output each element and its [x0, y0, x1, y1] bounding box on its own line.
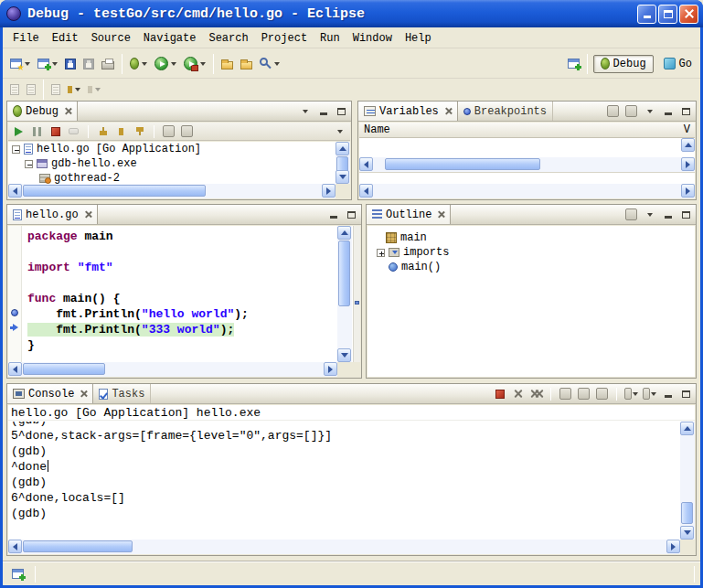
breakpoint-icon[interactable]: [11, 309, 18, 316]
expand-expander-icon[interactable]: [377, 249, 385, 257]
step-into-button[interactable]: [95, 124, 111, 139]
minimize-view-button[interactable]: [660, 387, 676, 401]
scroll-up-button[interactable]: [336, 142, 349, 155]
terminate-button[interactable]: [48, 124, 63, 139]
close-tab-icon[interactable]: [85, 211, 91, 218]
horizontal-scrollbar[interactable]: [8, 184, 336, 198]
next-annotation-button[interactable]: [6, 79, 23, 101]
maximize-view-button[interactable]: [678, 208, 694, 222]
vertical-scrollbar-thumb[interactable]: [338, 241, 350, 306]
console-output[interactable]: (gdb) 5^done,stack-args=[frame={level="0…: [8, 422, 680, 540]
disconnect-button[interactable]: [66, 124, 81, 139]
dropdown-arrow-icon[interactable]: [95, 88, 101, 91]
scroll-left-button[interactable]: [8, 362, 22, 376]
dropdown-arrow-icon[interactable]: [200, 62, 206, 66]
run-launch-button[interactable]: [151, 53, 180, 75]
horizontal-scrollbar[interactable]: [8, 362, 337, 377]
new-element-button[interactable]: [34, 53, 61, 75]
remove-all-terminated-button[interactable]: [528, 387, 544, 401]
debug-tree-row-process[interactable]: gdb-hello.exe: [8, 156, 336, 171]
horizontal-scrollbar[interactable]: [359, 157, 695, 172]
previous-annotation-button[interactable]: [23, 79, 39, 101]
use-step-filters-button[interactable]: [179, 124, 195, 139]
resume-button[interactable]: [11, 124, 27, 139]
tab-console[interactable]: Console: [7, 384, 93, 403]
close-tab-icon[interactable]: [445, 108, 452, 114]
perspective-debug-button[interactable]: Debug: [593, 55, 654, 73]
external-tools-button[interactable]: [180, 53, 209, 75]
search-button[interactable]: [256, 53, 283, 75]
save-button[interactable]: [61, 53, 80, 75]
scroll-up-button[interactable]: [680, 422, 694, 435]
menu-help[interactable]: Help: [399, 30, 438, 47]
debug-tree-row-thread[interactable]: gothread-2: [8, 171, 336, 184]
perspective-go-button[interactable]: Go: [657, 56, 698, 72]
horizontal-scrollbar-thumb[interactable]: [23, 363, 105, 375]
collapse-all-button[interactable]: [623, 104, 639, 119]
forward-button[interactable]: [84, 79, 104, 101]
open-console-button[interactable]: [642, 387, 657, 401]
minimize-button[interactable]: [637, 5, 656, 24]
dropdown-arrow-icon[interactable]: [52, 62, 58, 66]
variables-detail-pane[interactable]: [359, 172, 695, 184]
instruction-pointer-icon[interactable]: [10, 324, 18, 331]
dropdown-arrow-icon[interactable]: [75, 88, 80, 91]
fast-view-button[interactable]: [8, 565, 27, 583]
tab-debug[interactable]: Debug: [7, 102, 78, 121]
sort-button[interactable]: [623, 208, 639, 222]
debug-toolbar-overflow-button[interactable]: [332, 124, 347, 139]
column-header-value[interactable]: V: [684, 123, 690, 136]
display-selected-console-button[interactable]: [623, 387, 639, 401]
dropdown-arrow-icon[interactable]: [142, 62, 147, 66]
menu-run[interactable]: Run: [314, 30, 346, 47]
scroll-left-button[interactable]: [8, 184, 22, 198]
scroll-up-button[interactable]: [337, 226, 351, 240]
vertical-scrollbar-thumb[interactable]: [681, 502, 693, 524]
code-line[interactable]: [27, 245, 337, 261]
show-logical-structures-button[interactable]: [605, 104, 621, 119]
editor-ruler[interactable]: [8, 226, 22, 362]
terminate-button[interactable]: [492, 387, 507, 401]
scroll-left-button[interactable]: [359, 157, 373, 171]
dropdown-arrow-icon[interactable]: [274, 62, 280, 66]
tab-variables[interactable]: Variables: [358, 102, 458, 121]
debug-launch-button[interactable]: [126, 53, 151, 75]
menu-navigate[interactable]: Navigate: [137, 30, 203, 47]
collapse-expander-icon[interactable]: [25, 160, 33, 168]
step-return-button[interactable]: [132, 124, 147, 139]
collapse-expander-icon[interactable]: [12, 145, 20, 154]
scroll-left-button[interactable]: [359, 184, 373, 198]
menu-source[interactable]: Source: [85, 30, 137, 47]
scroll-down-button[interactable]: [336, 170, 349, 184]
print-button[interactable]: [98, 53, 118, 75]
menu-window[interactable]: Window: [346, 30, 399, 47]
tab-hello-go[interactable]: hello.go: [7, 205, 98, 224]
pin-console-button[interactable]: [594, 387, 610, 401]
overview-ruler[interactable]: [353, 226, 360, 362]
maximize-button[interactable]: [658, 5, 677, 24]
tab-outline[interactable]: Outline: [367, 205, 451, 224]
horizontal-scrollbar-thumb[interactable]: [23, 185, 206, 197]
maximize-view-button[interactable]: [344, 208, 359, 222]
maximize-view-button[interactable]: [678, 387, 694, 401]
scroll-up-button[interactable]: [681, 138, 695, 152]
scroll-right-button[interactable]: [681, 157, 695, 171]
close-button[interactable]: [679, 5, 698, 24]
debug-tree-row-launch[interactable]: hello.go [Go Application]: [8, 142, 336, 156]
horizontal-scrollbar-thumb[interactable]: [23, 540, 133, 552]
minimize-view-button[interactable]: [325, 208, 341, 222]
code-line[interactable]: [27, 276, 337, 292]
code-area[interactable]: package main import "fmt" func main() { …: [23, 226, 337, 362]
column-header-name[interactable]: Name: [364, 123, 390, 136]
close-tab-icon[interactable]: [438, 211, 444, 218]
tab-breakpoints[interactable]: Breakpoints: [458, 102, 553, 121]
horizontal-scrollbar-thumb[interactable]: [385, 158, 540, 170]
tab-tasks[interactable]: Tasks: [93, 384, 151, 403]
menu-search[interactable]: Search: [202, 30, 254, 47]
vertical-scrollbar[interactable]: [337, 226, 352, 362]
view-menu-button[interactable]: [642, 104, 657, 119]
last-edit-location-button[interactable]: [48, 79, 64, 101]
vertical-scrollbar[interactable]: [680, 422, 695, 540]
code-line[interactable]: fmt.Println("hello world");: [27, 307, 337, 323]
menu-project[interactable]: Project: [255, 30, 314, 47]
